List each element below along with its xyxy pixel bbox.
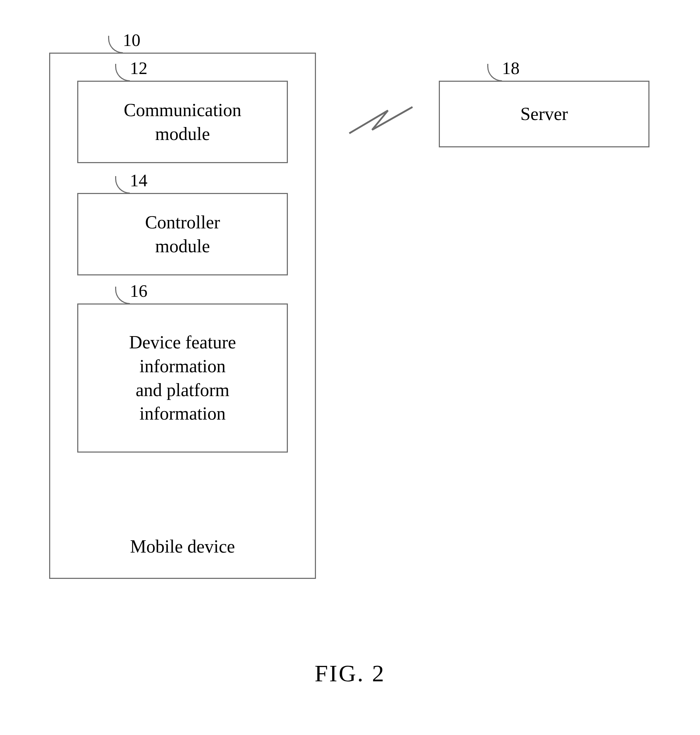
ref-curve-server bbox=[487, 64, 502, 81]
ref-mobile-device: 10 bbox=[123, 30, 140, 50]
feature-info-label: Device feature information and platform … bbox=[129, 330, 236, 425]
server-block: Server bbox=[439, 81, 650, 147]
communication-module-label: Communication module bbox=[124, 98, 241, 145]
figure-caption: FIG. 2 bbox=[0, 660, 700, 687]
controller-module-label: Controller module bbox=[145, 210, 220, 258]
ref-server: 18 bbox=[502, 58, 519, 78]
ref-feature-info: 16 bbox=[130, 281, 147, 301]
wireless-link-icon bbox=[346, 98, 416, 144]
diagram-container: Mobile device 10 Communication module 12… bbox=[46, 45, 660, 642]
ref-controller: 14 bbox=[130, 170, 147, 191]
controller-module-block: Controller module bbox=[77, 193, 288, 276]
mobile-device-label: Mobile device bbox=[130, 535, 235, 559]
communication-module-block: Communication module bbox=[77, 81, 288, 163]
ref-curve-mobile bbox=[108, 36, 123, 53]
server-label: Server bbox=[520, 102, 568, 126]
ref-communication: 12 bbox=[130, 58, 147, 78]
feature-info-block: Device feature information and platform … bbox=[77, 304, 288, 453]
